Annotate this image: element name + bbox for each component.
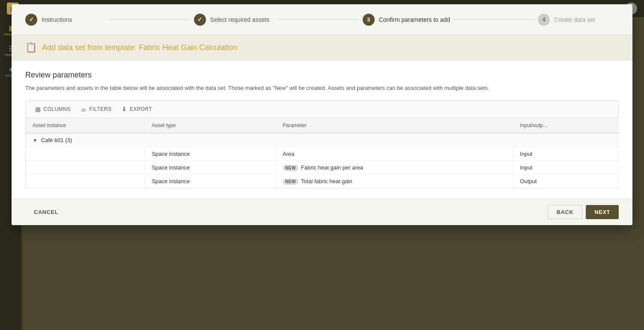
group-name: Café b01 (3): [41, 137, 72, 143]
group-row: ▼ Café b01 (3): [26, 133, 619, 147]
columns-button[interactable]: ▦ COLUMNS: [31, 104, 75, 114]
dialog: ✓ Instructions ✓ Select required assets …: [12, 4, 632, 225]
filters-icon: ⚌: [81, 106, 87, 113]
export-label: EXPORT: [130, 106, 152, 112]
footer-left: CANCEL: [25, 205, 67, 219]
chevron-down-icon: ▼: [33, 137, 38, 143]
title-prefix: Add data set from template:: [42, 43, 139, 52]
cell-asset-type-2: Space instance: [145, 161, 276, 175]
expand-group-button[interactable]: ▼ Café b01 (3): [33, 137, 72, 143]
table-row: Space instance NEWTotal fabric heat gain…: [26, 175, 619, 188]
footer-right: BACK NEXT: [548, 205, 619, 219]
cell-io-3: Output: [513, 175, 619, 188]
group-cell: ▼ Café b01 (3): [26, 133, 619, 147]
export-button[interactable]: ⬇ EXPORT: [117, 104, 156, 114]
step-1-label: Instructions: [42, 16, 72, 23]
stepper: ✓ Instructions ✓ Select required assets …: [12, 4, 632, 35]
step-2: ✓ Select required assets: [194, 14, 275, 26]
dialog-footer: CANCEL BACK NEXT: [12, 199, 632, 225]
table-header-row: Asset instance Asset type Parameter Inpu…: [26, 118, 619, 133]
title-highlight: Fabric Heat Gain Calculation: [139, 43, 237, 52]
new-badge: NEW: [283, 178, 298, 185]
cell-asset-type-3: Space instance: [145, 175, 276, 188]
step-2-circle: ✓: [194, 14, 206, 26]
export-icon: ⬇: [122, 106, 127, 113]
back-button[interactable]: BACK: [548, 205, 583, 219]
title-icon: 📋: [25, 42, 37, 53]
cell-asset-instance-1: [26, 147, 145, 161]
step-1-circle: ✓: [25, 14, 37, 26]
step-3: 3 Confirm parameters to add: [363, 14, 450, 26]
columns-label: COLUMNS: [44, 106, 71, 112]
step-4: 4 Create data set: [538, 14, 619, 26]
cell-parameter-3: NEWTotal fabric heat gain: [276, 175, 513, 188]
review-heading: Review parameters: [25, 71, 619, 80]
dialog-title-bar: 📋 Add data set from template: Fabric Hea…: [12, 35, 632, 60]
table-toolbar: ▦ COLUMNS ⚌ FILTERS ⬇ EXPORT: [25, 100, 619, 118]
col-io: Input/outp…: [513, 118, 619, 133]
cell-asset-instance-2: [26, 161, 145, 175]
dialog-body[interactable]: Review parameters The parameters and ass…: [12, 60, 632, 199]
step-connector-2: [278, 19, 359, 20]
table-row: Space instance Area Input: [26, 147, 619, 161]
filters-button[interactable]: ⚌ FILTERS: [77, 104, 116, 114]
dialog-title: Add data set from template: Fabric Heat …: [42, 43, 237, 52]
cancel-button[interactable]: CANCEL: [25, 205, 67, 219]
filters-label: FILTERS: [89, 106, 112, 112]
step-connector-1: [110, 19, 191, 20]
review-description: The parameters and assets in the table b…: [25, 84, 619, 92]
cell-io-1: Input: [513, 147, 619, 161]
step-4-circle: 4: [538, 14, 550, 26]
cell-parameter-2: NEWFabric heat gain per area: [276, 161, 513, 175]
dialog-overlay: ✓ Instructions ✓ Select required assets …: [0, 0, 644, 330]
step-4-label: Create data set: [554, 16, 595, 23]
step-1: ✓ Instructions: [25, 14, 106, 26]
parameters-table: Asset instance Asset type Parameter Inpu…: [25, 118, 619, 189]
step-3-circle: 3: [363, 14, 375, 26]
new-badge: NEW: [283, 165, 298, 171]
next-button[interactable]: NEXT: [586, 205, 619, 219]
step-connector-3: [453, 19, 534, 20]
col-asset-type: Asset type: [145, 118, 276, 133]
cell-asset-instance-3: [26, 175, 145, 188]
table-row: Space instance NEWFabric heat gain per a…: [26, 161, 619, 175]
step-2-label: Select required assets: [210, 16, 270, 23]
cell-asset-type-1: Space instance: [145, 147, 276, 161]
cell-io-2: Input: [513, 161, 619, 175]
cell-parameter-1: Area: [276, 147, 513, 161]
col-parameter: Parameter: [276, 118, 513, 133]
step-3-label: Confirm parameters to add: [379, 16, 450, 23]
col-asset-instance: Asset instance: [26, 118, 145, 133]
columns-icon: ▦: [35, 106, 41, 113]
